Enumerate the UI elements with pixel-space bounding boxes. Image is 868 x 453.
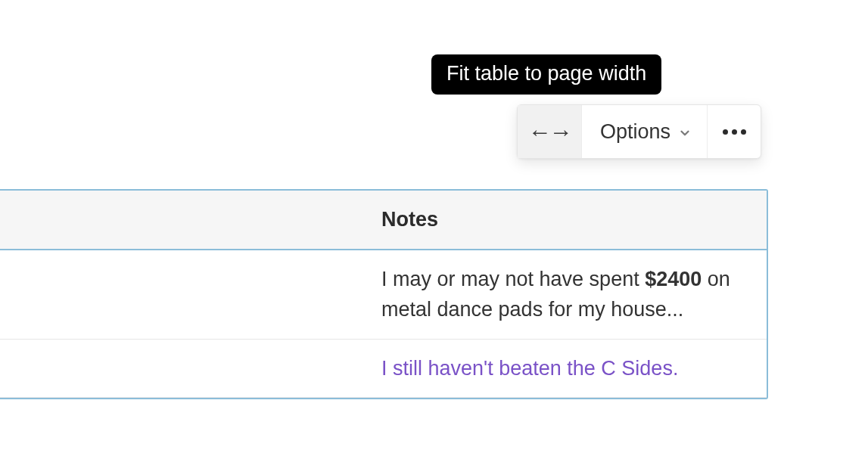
column-header-notes[interactable]: Notes [362, 191, 767, 250]
tooltip-fit-width: Fit table to page width [431, 54, 661, 95]
data-table: pe Notes ythm I may or may not have spen… [0, 189, 768, 399]
column-header-type[interactable]: pe [0, 191, 362, 250]
chevron-down-icon [678, 126, 692, 140]
horizontal-arrows-icon: ←→ [528, 120, 571, 144]
options-label: Options [600, 120, 670, 144]
table-header-row: pe Notes [0, 191, 767, 250]
more-icon [723, 129, 746, 135]
cell-type[interactable]: ythm [0, 250, 362, 340]
table-row: atformer I still haven't beaten the C Si… [0, 339, 767, 398]
tooltip-text: Fit table to page width [446, 62, 646, 85]
cell-notes[interactable]: I still haven't beaten the C Sides. [362, 339, 767, 398]
notes-link[interactable]: I still haven't beaten the C Sides. [381, 357, 678, 380]
table-row: ythm I may or may not have spent $2400 o… [0, 250, 767, 340]
table-toolbar: ←→ Options [517, 104, 761, 159]
options-dropdown[interactable]: Options [582, 105, 708, 158]
cell-type[interactable]: atformer [0, 339, 362, 398]
more-options-button[interactable] [708, 105, 761, 158]
cell-notes[interactable]: I may or may not have spent $2400 on met… [362, 250, 767, 340]
fit-width-button[interactable]: ←→ [518, 105, 582, 158]
